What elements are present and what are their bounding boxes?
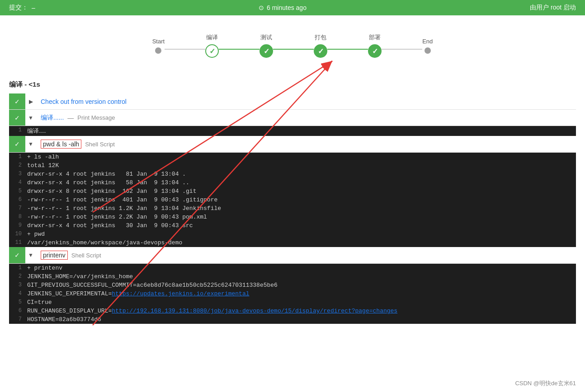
- line-num: 11: [9, 239, 27, 246]
- line-content: drwxr-sr-x 4 root jenkins 58 Jan 9 13:04…: [27, 179, 189, 186]
- log-shell2: 1+ printenv 2JENKINS_HOME=/var/jenkins_h…: [9, 264, 576, 324]
- line-num: 3: [9, 171, 27, 177]
- stage-test-circle: ✓: [259, 44, 273, 58]
- stage-start-circle: [155, 47, 161, 54]
- stage-test-label: 测试: [260, 33, 272, 42]
- stage-deploy[interactable]: 部署 ✓: [368, 33, 382, 58]
- submit-label: 提交：: [9, 4, 28, 12]
- line-num: 7: [9, 205, 27, 211]
- stage-test[interactable]: 测试 ✓: [259, 33, 273, 58]
- line-num: 6: [9, 308, 27, 314]
- stage-end[interactable]: End: [422, 38, 433, 54]
- connector-4: [382, 49, 422, 50]
- step-print-dash: —: [67, 114, 74, 121]
- line-content: drwxr-sr-x 4 root jenkins 81 Jan 9 13:04…: [27, 171, 186, 177]
- step-print-toggle[interactable]: ▼: [25, 110, 36, 126]
- stage-package[interactable]: 打包 ✓: [314, 33, 327, 58]
- line-content: RUN_CHANGES_DISPLAY_URL=http://192.168.1…: [27, 308, 397, 314]
- line-content: -rw-r--r-- 1 root jenkins 1.2K Jan 9 13:…: [27, 205, 221, 212]
- time-info: ⊙ 6 minutes ago: [259, 4, 307, 11]
- line-content: JENKINS_UC_EXPERIMENTAL=https://updates.…: [27, 290, 249, 297]
- line-num: 1: [9, 127, 27, 133]
- step-checkout-content: Check out from version control: [36, 93, 576, 109]
- connector-3: [327, 49, 368, 50]
- stage-compile[interactable]: 编译 ✓: [205, 33, 219, 58]
- stage-deploy-circle: ✓: [368, 44, 382, 58]
- stage-deploy-label: 部署: [369, 33, 381, 42]
- line-content: + ls -alh: [27, 154, 59, 160]
- stages-container: Start 编译 ✓ 测试 ✓ 打包 ✓ 部署 ✓ End: [152, 29, 433, 67]
- step-shell2-name: printenv: [41, 251, 68, 260]
- step-shell2-toggle[interactable]: ▼: [25, 247, 36, 263]
- log-line: 7HOSTNAME=82a6b03774d6: [9, 315, 576, 324]
- step-shell1-status: ✓: [9, 136, 25, 152]
- step-print-content: 编译...... — Print Message: [36, 110, 576, 126]
- log-line: 5CI=true: [9, 298, 576, 307]
- step-shell1: ✓ ▼ pwd & ls -alh Shell Script: [9, 136, 576, 153]
- log-line: 1+ printenv: [9, 264, 576, 272]
- step-print-type: Print Message: [77, 114, 115, 121]
- stage-start[interactable]: Start: [152, 38, 165, 54]
- link-changes-url[interactable]: http://192.168.139.131:8080/job/java-dev…: [112, 308, 397, 314]
- line-content: HOSTNAME=82a6b03774d6: [27, 316, 101, 323]
- line-num: 1: [9, 265, 27, 271]
- line-num: 3: [9, 282, 27, 288]
- step-shell2-status: ✓: [9, 247, 25, 263]
- log-line: 4 JENKINS_UC_EXPERIMENTAL=https://update…: [9, 289, 576, 298]
- line-num: 9: [9, 222, 27, 229]
- line-num: 6: [9, 196, 27, 203]
- step-shell2-type: Shell Script: [71, 252, 101, 259]
- line-content: 编译……: [27, 127, 46, 135]
- log-line: 6 RUN_CHANGES_DISPLAY_URL=http://192.168…: [9, 307, 576, 315]
- log-line: 5drwxr-sr-x 8 root jenkins 162 Jan 9 13:…: [9, 187, 576, 196]
- line-num: 4: [9, 179, 27, 186]
- line-content: /var/jenkins_home/workspace/java-devops-…: [27, 239, 182, 246]
- clock-icon: ⊙: [259, 4, 264, 11]
- submit-value: –: [32, 4, 35, 11]
- line-num: 5: [9, 299, 27, 305]
- log-line: 2JENKINS_HOME=/var/jenkins_home: [9, 272, 576, 281]
- line-content: -rw-r--r-- 1 root jenkins 2.2K Jan 9 00:…: [27, 214, 207, 220]
- time-label: 6 minutes ago: [267, 4, 307, 11]
- log-line: 1 编译……: [9, 126, 576, 136]
- step-shell1-name: pwd & ls -alh: [41, 140, 81, 149]
- step-shell2: ✓ ▼ printenv Shell Script: [9, 247, 576, 264]
- step-shell1-toggle[interactable]: ▼: [25, 136, 36, 152]
- step-checkout-link[interactable]: Check out from version control: [41, 98, 127, 105]
- line-num: 1: [9, 154, 27, 160]
- log-shell1: 1+ ls -alh 2total 12K 3drwxr-sr-x 4 root…: [9, 153, 576, 247]
- step-checkout-status: ✓: [9, 93, 25, 109]
- line-content: + printenv: [27, 265, 62, 271]
- connector-2: [273, 49, 314, 50]
- log-line: 9drwxr-sr-x 4 root jenkins 30 Jan 9 00:4…: [9, 221, 576, 230]
- link-jenkins-experimental[interactable]: https://updates.jenkins.io/experimental: [112, 290, 249, 297]
- log-line: 7-rw-r--r-- 1 root jenkins 1.2K Jan 9 13…: [9, 204, 576, 213]
- log-line: 8-rw-r--r-- 1 root jenkins 2.2K Jan 9 00…: [9, 213, 576, 221]
- step-checkout-toggle[interactable]: ▶: [25, 93, 36, 109]
- line-num: 10: [9, 231, 27, 237]
- stage-end-circle: [425, 47, 431, 54]
- step-shell1-content: pwd & ls -alh Shell Script: [36, 136, 576, 152]
- stage-compile-label: 编译: [206, 33, 218, 42]
- step-shell2-content: printenv Shell Script: [36, 247, 576, 263]
- line-content: GIT_PREVIOUS_SUCCESSFUL_COMMIT=ac6eb8d76…: [27, 282, 278, 289]
- line-content: -rw-r--r-- 1 root jenkins 401 Jan 9 00:4…: [27, 196, 217, 203]
- line-content: total 12K: [27, 162, 59, 169]
- connector-1: [219, 49, 259, 50]
- submit-info: 提交： –: [9, 4, 35, 12]
- stage-start-label: Start: [152, 38, 165, 45]
- log-line: 3GIT_PREVIOUS_SUCCESSFUL_COMMIT=ac6eb8d7…: [9, 281, 576, 289]
- step-print-link[interactable]: 编译......: [41, 114, 64, 122]
- step-checkout: ✓ ▶ Check out from version control: [9, 93, 576, 110]
- line-content: + pwd: [27, 231, 45, 238]
- step-print-status: ✓: [9, 110, 25, 126]
- build-section: 编译 - <1s ✓ ▶ Check out from version cont…: [0, 76, 585, 324]
- line-num: 8: [9, 214, 27, 220]
- log-print-message: 1 编译……: [9, 126, 576, 136]
- log-line: 10+ pwd: [9, 230, 576, 238]
- log-line: 11/var/jenkins_home/workspace/java-devop…: [9, 238, 576, 247]
- started-label: 由用户 root 启动: [530, 4, 576, 11]
- build-title: 编译 - <1s: [9, 76, 576, 93]
- log-line: 2total 12K: [9, 161, 576, 170]
- line-content: CI=true: [27, 299, 52, 306]
